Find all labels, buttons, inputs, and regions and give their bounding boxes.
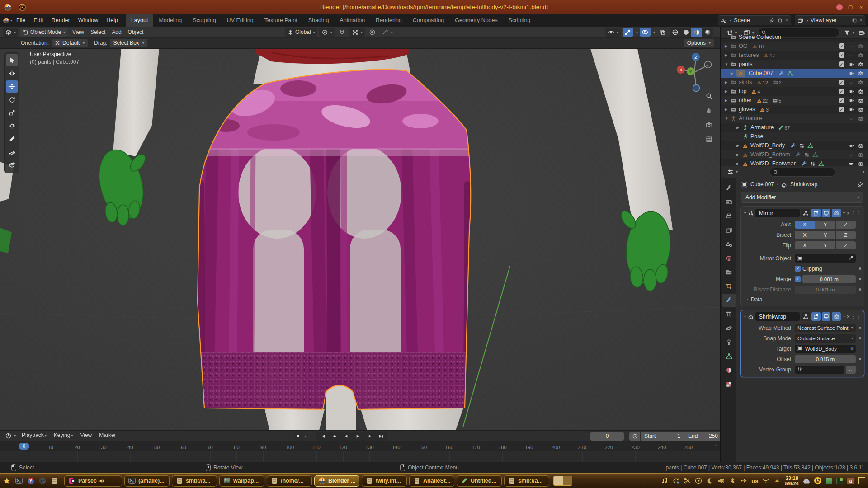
- timeline-menu-view[interactable]: View: [76, 430, 95, 441]
- view-layer-selector[interactable]: ▾ ViewLayer ×: [795, 15, 865, 25]
- exclude-checkbox[interactable]: ✓: [839, 43, 844, 49]
- taskbar-window-smb-a-[interactable]: smb://a...: [172, 475, 217, 487]
- animate-dot-icon[interactable]: [859, 278, 861, 280]
- disclosure-right-icon[interactable]: ▶: [725, 108, 731, 112]
- frame-tick-70[interactable]: 70: [203, 445, 217, 450]
- modifier-name-field[interactable]: Mirror: [755, 209, 800, 217]
- next-key-button[interactable]: [363, 432, 375, 441]
- vertex-group-field[interactable]: [795, 366, 844, 374]
- add-workspace-button[interactable]: +: [536, 14, 548, 27]
- properties-tab-modifiers[interactable]: [722, 294, 736, 307]
- window-menu-button[interactable]: [836, 4, 843, 10]
- camera-icon[interactable]: [858, 161, 863, 167]
- frame-tick-230[interactable]: 230: [628, 445, 642, 450]
- outliner-row-wolf3d-bottom[interactable]: ▶Wolf3D_Bottom: [721, 150, 868, 159]
- eyeclosed-icon[interactable]: [848, 80, 854, 85]
- show-in-editmode-toggle[interactable]: [811, 209, 821, 217]
- new-collection-icon[interactable]: [859, 29, 865, 36]
- properties-tab-particles[interactable]: [722, 308, 736, 321]
- options-button[interactable]: Options ▾: [684, 39, 714, 47]
- pin-icon[interactable]: [769, 18, 775, 23]
- shading-material-button[interactable]: [691, 28, 702, 37]
- keyboard-layout-indicator[interactable]: us: [751, 478, 758, 484]
- collapse-icon[interactable]: ▾: [744, 314, 746, 319]
- app-menu-icon[interactable]: ★: [3, 475, 11, 486]
- axis-x-button[interactable]: X: [795, 221, 815, 229]
- camera-icon[interactable]: [858, 152, 863, 158]
- frame-tick-30[interactable]: 30: [97, 445, 110, 450]
- frame-tick-240[interactable]: 240: [655, 445, 669, 450]
- disclosure-right-icon[interactable]: ▶: [725, 80, 731, 84]
- editor-type-button[interactable]: ▾: [3, 28, 18, 37]
- merge-threshold-field[interactable]: 0.001 m: [802, 275, 856, 283]
- flip-x-button[interactable]: X: [795, 241, 815, 249]
- outliner-row-textures[interactable]: ▶textures17✓: [721, 51, 868, 60]
- properties-tab-constraints[interactable]: [722, 336, 736, 349]
- unlink-scene-icon[interactable]: ×: [785, 17, 788, 23]
- workspace-2[interactable]: [563, 476, 572, 485]
- start-frame-field[interactable]: Start 1: [641, 432, 684, 441]
- overlays-toggle[interactable]: [640, 28, 651, 37]
- disclosure-down-icon[interactable]: ▼: [725, 117, 731, 121]
- play-reverse-button[interactable]: [340, 432, 352, 441]
- launcher-disc-app[interactable]: [38, 476, 47, 486]
- properties-tab-render[interactable]: [722, 196, 736, 209]
- taskbar-window-analiest-[interactable]: AnalieSt...: [409, 475, 454, 487]
- show-on-cage-toggle[interactable]: [801, 312, 810, 321]
- frame-tick-210[interactable]: 210: [576, 445, 589, 450]
- frame-tick-140[interactable]: 140: [389, 445, 403, 450]
- tool-scale[interactable]: [6, 107, 18, 119]
- proportional-falloff-dropdown[interactable]: ▾: [380, 28, 395, 37]
- play-button[interactable]: [352, 432, 363, 441]
- scene-selector[interactable]: ▾ Scene ×: [718, 15, 791, 25]
- viewport-canvas[interactable]: User Perspective (0) pants | Cube.007 Z …: [0, 49, 720, 430]
- offset-field[interactable]: 0.015 m: [795, 355, 856, 363]
- properties-tab-physics[interactable]: [722, 322, 736, 335]
- delete-modifier-icon[interactable]: ×: [847, 314, 850, 320]
- new-scene-icon[interactable]: [777, 18, 783, 23]
- eyeclosed-icon[interactable]: [848, 43, 854, 49]
- frame-tick-170[interactable]: 170: [469, 445, 483, 450]
- playhead[interactable]: [24, 449, 24, 462]
- prev-key-button[interactable]: [328, 432, 340, 441]
- taskbar-window-smb-a-[interactable]: smb://a...: [504, 475, 549, 487]
- properties-options-icon[interactable]: ▾: [863, 170, 864, 174]
- maximize-button[interactable]: ▢: [847, 4, 854, 10]
- disclosure-right-icon[interactable]: ▶: [725, 99, 731, 103]
- add-modifier-button[interactable]: Add Modifier ▾: [741, 192, 863, 203]
- axis-y-button[interactable]: Y: [815, 221, 835, 229]
- ortho-grid-icon[interactable]: [705, 136, 713, 143]
- new-view-layer-icon[interactable]: [852, 18, 857, 23]
- camera-icon[interactable]: [858, 107, 863, 113]
- timeline-menu-keying[interactable]: Keying▾: [50, 430, 77, 441]
- tool-rotate[interactable]: [6, 94, 18, 106]
- timeline-track[interactable]: [0, 451, 720, 462]
- eye-icon[interactable]: [848, 107, 854, 113]
- disclosure-right-icon[interactable]: ▶: [736, 162, 742, 166]
- shading-solid-button[interactable]: [680, 28, 691, 37]
- tray-notes-icon[interactable]: [836, 478, 843, 484]
- tray-calculator-icon[interactable]: [826, 478, 832, 484]
- eyeclosed-icon[interactable]: [848, 116, 854, 122]
- proportional-editing-toggle[interactable]: [367, 28, 378, 37]
- show-on-cage-toggle[interactable]: [801, 209, 810, 217]
- navigation-gizmo[interactable]: Z X Y: [675, 50, 713, 95]
- launcher-terminal[interactable]: [14, 476, 24, 486]
- tray-wifi-icon[interactable]: [762, 477, 769, 484]
- frame-tick-80[interactable]: 80: [230, 445, 243, 450]
- frame-tick-20[interactable]: 20: [71, 445, 84, 450]
- chevron-down-icon[interactable]: ▾: [636, 30, 638, 34]
- wrap-method-dropdown[interactable]: Nearest Surface Point ▾: [795, 324, 856, 332]
- exclude-checkbox[interactable]: ✓: [839, 61, 844, 67]
- breadcrumb-object[interactable]: Cube.007: [750, 181, 774, 188]
- show-in-viewport-toggle[interactable]: [822, 209, 831, 217]
- camera-icon[interactable]: [858, 70, 863, 76]
- timeline-ruler[interactable]: 0102030405060708090100110120130140150160…: [0, 441, 720, 451]
- taskbar-window-parsec[interactable]: Parsec: [64, 475, 122, 487]
- tray-volume-icon[interactable]: [717, 477, 725, 484]
- drag-handle-icon[interactable]: ⋮⋮: [851, 211, 861, 216]
- frame-tick-150[interactable]: 150: [416, 445, 429, 450]
- taskbar-window-twily-inf-[interactable]: twily.inf...: [362, 475, 407, 487]
- outliner-row-gloves[interactable]: ▶gloves3✓: [721, 105, 868, 114]
- eye-icon[interactable]: [848, 70, 854, 76]
